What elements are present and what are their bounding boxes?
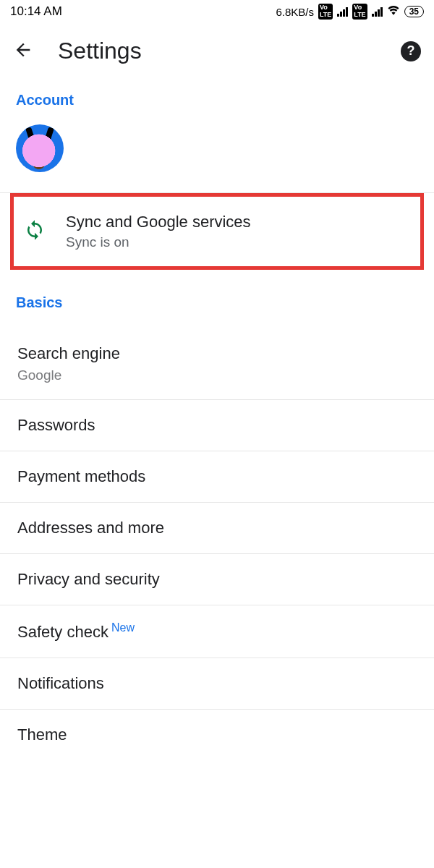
item-passwords[interactable]: Passwords xyxy=(0,399,434,451)
item-safety-check[interactable]: Safety checkNew xyxy=(0,605,434,658)
back-button[interactable] xyxy=(13,40,33,63)
item-privacy-security[interactable]: Privacy and security xyxy=(0,553,434,605)
highlight-sync: Sync and Google services Sync is on xyxy=(10,193,424,270)
item-title: Notifications xyxy=(17,674,417,693)
item-search-engine[interactable]: Search engine Google xyxy=(0,324,434,399)
new-badge: New xyxy=(111,621,135,634)
item-title: Safety checkNew xyxy=(17,621,417,642)
battery-indicator: 35 xyxy=(404,6,424,17)
item-notifications[interactable]: Notifications xyxy=(0,658,434,709)
item-title: Theme xyxy=(17,726,417,744)
sync-text: Sync and Google services Sync is on xyxy=(66,213,251,250)
item-payment-methods[interactable]: Payment methods xyxy=(0,451,434,502)
account-row[interactable] xyxy=(0,122,434,192)
item-theme[interactable]: Theme xyxy=(0,709,434,760)
volte-badge-1: VoLTE xyxy=(318,4,333,20)
section-label-basics: Basics xyxy=(0,270,434,324)
item-title: Privacy and security xyxy=(17,570,417,589)
basics-list: Search engine Google Passwords Payment m… xyxy=(0,324,434,760)
sync-title: Sync and Google services xyxy=(66,213,251,231)
sync-icon xyxy=(24,219,46,244)
item-title: Addresses and more xyxy=(17,519,417,537)
status-bar: 10:14 AM 6.8KB/s VoLTE VoLTE 35 xyxy=(0,0,434,23)
status-right: 6.8KB/s VoLTE VoLTE 35 xyxy=(276,4,424,20)
item-title: Search engine xyxy=(17,344,417,363)
help-icon[interactable]: ? xyxy=(401,41,421,61)
item-subtitle: Google xyxy=(17,367,417,383)
wifi-icon xyxy=(387,4,400,20)
item-addresses[interactable]: Addresses and more xyxy=(0,502,434,553)
sync-row[interactable]: Sync and Google services Sync is on xyxy=(14,197,420,266)
status-net-speed: 6.8KB/s xyxy=(276,6,314,18)
item-title: Passwords xyxy=(17,416,417,435)
item-title-text: Safety check xyxy=(17,623,109,641)
sync-subtitle: Sync is on xyxy=(66,234,251,250)
status-time: 10:14 AM xyxy=(10,4,62,19)
avatar[interactable] xyxy=(16,124,64,172)
app-bar: Settings ? xyxy=(0,23,434,82)
signal-bars-2 xyxy=(372,7,383,17)
page-title: Settings xyxy=(58,38,376,64)
signal-bars-1 xyxy=(337,7,348,17)
item-title: Payment methods xyxy=(17,467,417,486)
volte-badge-2: VoLTE xyxy=(352,4,367,20)
section-label-account: Account xyxy=(0,82,434,122)
